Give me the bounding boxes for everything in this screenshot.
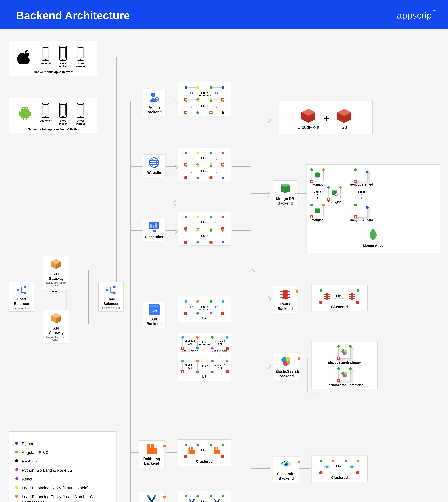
api-node: API (186, 301, 198, 313)
module1-api-node: Module 1 API (182, 337, 197, 348)
gateway-range: 1 to n (50, 289, 62, 300)
dispatcher-cluster: API 1 to n API UI 1 to n UI (178, 212, 231, 246)
svg-rect-58 (150, 224, 152, 228)
l7-cluster: Module 1 API 1 to n Module 1 API 1 to x … (178, 333, 231, 381)
svg-point-36 (80, 116, 81, 117)
svg-point-95 (335, 193, 337, 196)
elasticsearch-backend-card: ElasticSearch Backend (273, 353, 299, 380)
legend-panel: Python Angular JS 8.0 PHP 7.0 Python, Go… (9, 431, 116, 502)
ui-node: UI (211, 230, 223, 242)
dashboard-icon (148, 221, 160, 233)
mongodb-cluster: Mongos 1 to n Mongos ConfigDB (306, 164, 440, 253)
aws-gateway-icon (49, 312, 63, 324)
api-backend-card: API API Backend (143, 302, 166, 328)
mongos-node (312, 170, 324, 182)
aws-gateway-icon (49, 258, 63, 270)
vernemq-icon (146, 494, 158, 502)
ui-node: UI (186, 230, 198, 242)
plus-icon: + (324, 113, 330, 125)
cloudfront-s3-block: CloudFront + S3 (279, 101, 373, 134)
svg-rect-35 (78, 105, 83, 115)
cloudfront-item: CloudFront (298, 107, 320, 130)
elasticsearch-icon (280, 355, 292, 367)
legend-item: PHP 7.0 (15, 459, 110, 464)
module2-api-node: Module 2 API (182, 361, 197, 372)
s3-item: S3 (334, 107, 354, 130)
svg-point-51 (156, 98, 158, 100)
es-enterprise-node (338, 369, 351, 381)
svg-point-112 (345, 352, 347, 354)
ui-node: UI (186, 166, 198, 178)
svg-point-27 (80, 59, 81, 60)
svg-rect-20 (43, 47, 48, 58)
svg-rect-59 (153, 225, 154, 228)
es-cluster-node (338, 346, 351, 358)
svg-point-119 (285, 463, 287, 465)
l4-cluster: API 1 to n API L4 (178, 296, 231, 322)
redis-cluster: 1 to n Clustered (311, 285, 368, 311)
vernemq-node (211, 496, 223, 502)
api-node: API (186, 87, 198, 99)
api-icon: API (149, 304, 160, 315)
svg-rect-23 (60, 47, 66, 58)
legend-item: Python (15, 441, 110, 446)
elasticsearch-cluster: ElasticSearch Cluster ElasticSearch Ente… (311, 342, 378, 389)
svg-marker-98 (280, 296, 290, 299)
svg-rect-37 (16, 289, 19, 291)
svg-rect-60 (155, 223, 157, 228)
svg-point-24 (62, 59, 64, 60)
svg-point-116 (345, 374, 347, 376)
svg-point-63 (147, 495, 149, 497)
svg-rect-47 (113, 285, 115, 288)
api-node: API (211, 217, 223, 229)
svg-rect-32 (60, 105, 66, 115)
page-title: Backend Architecture (16, 9, 130, 22)
vernemq-node (186, 496, 198, 502)
admin-icon (148, 91, 160, 103)
svg-rect-39 (24, 292, 26, 294)
legend-item: Angular JS 8.0 (15, 450, 110, 455)
website-cluster: API 1 to n API UI 1 to n UI (178, 147, 231, 181)
svg-point-49 (151, 93, 155, 97)
dispatcher-card: Dispatcher (143, 219, 166, 241)
rabbitmq-backend-card: Rabbitmq Backend (139, 440, 165, 468)
ios-apps-block: Customer Store Picker Driver Partner Nat… (9, 41, 97, 76)
apple-icon (17, 48, 32, 65)
svg-marker-65 (189, 499, 195, 502)
svg-rect-46 (106, 289, 109, 291)
svg-rect-48 (113, 292, 115, 294)
header-bar: Backend Architecture appscrip (0, 0, 448, 29)
mongodb-shard-node (355, 170, 367, 182)
cassandra-node (321, 461, 333, 473)
android-caption: Native mobile apps in Java & Kotlin (15, 127, 92, 131)
legend-item: Python, Go Lang & Node JS (15, 468, 110, 473)
api-node: API (211, 153, 223, 165)
api-gateway-top: API Gateway (With Authorisation Server) (43, 256, 69, 289)
ui-node: UI (211, 101, 223, 113)
legend-item: Load Balancing Policy (Least Number Of C… (15, 494, 110, 502)
ios-app-store-picker: Store Picker (57, 46, 69, 68)
redis-icon (279, 288, 291, 300)
api-gateway-bottom: API Gateway (With Authorisation Server) (43, 310, 69, 344)
svg-point-114 (344, 372, 347, 375)
svg-point-123 (351, 466, 353, 468)
redis-node (346, 290, 358, 302)
api-node: API (186, 153, 198, 165)
cassandra-node (346, 461, 358, 473)
rabbitmq-cluster: 1 to n Clustered (178, 439, 231, 466)
svg-point-108 (287, 361, 290, 364)
mongodb-icon (279, 183, 291, 195)
ios-app-customer: Customer (39, 46, 51, 65)
svg-marker-66 (214, 499, 220, 502)
cassandra-icon (280, 459, 293, 470)
svg-rect-26 (78, 47, 83, 58)
legend-item: Load Balancing Policy (Round Robin) (15, 485, 110, 491)
android-app-store-picker: Store Picker (57, 103, 69, 125)
android-icon (17, 105, 32, 123)
svg-point-91 (281, 184, 290, 187)
svg-point-121 (326, 466, 328, 468)
load-balancer-2: Load Balancer (HAProxy / ELB) (98, 282, 124, 312)
mongo-atlas-icon (368, 228, 379, 241)
android-apps-block: Customer Store Picker Driver Partner Nat… (9, 98, 97, 133)
rabbitmq-node (186, 445, 198, 457)
